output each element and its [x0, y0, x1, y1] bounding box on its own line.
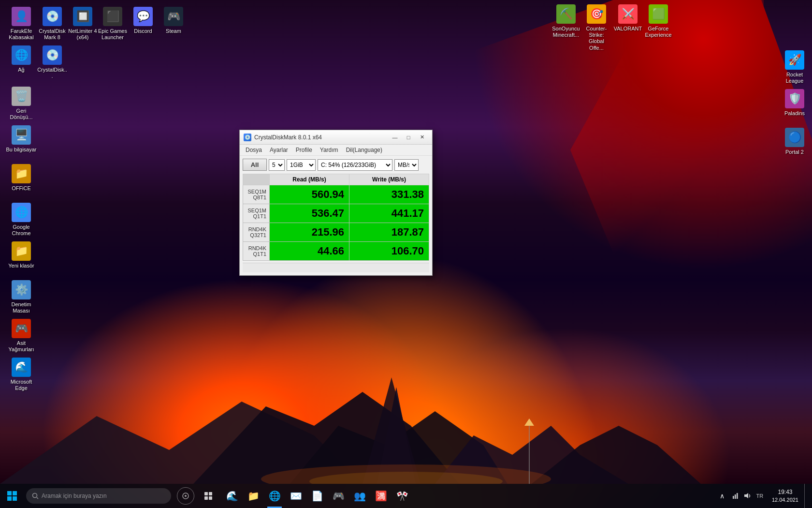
size-select[interactable]: 1GiB: [287, 159, 316, 171]
desktop-icon-farukefe[interactable]: 👤FarukEfe Kabasakal: [4, 5, 39, 43]
icon-image-bilgisayar: 🖥️: [12, 125, 31, 145]
svg-rect-22: [209, 496, 212, 500]
icon-label-discord: Discord: [134, 28, 152, 34]
read-value-0: 560.94: [270, 185, 349, 204]
taskbar-mail[interactable]: ✉️: [285, 484, 306, 508]
icon-image-portal2: 🔵: [785, 128, 804, 147]
svg-rect-20: [209, 492, 212, 495]
icon-label-geforce: GeForce Experience: [643, 26, 674, 38]
taskbar-edge[interactable]: 🌊: [221, 484, 243, 508]
svg-rect-24: [735, 494, 736, 499]
desktop-icon-discord[interactable]: 💬Discord: [126, 5, 160, 36]
menu-bar: Dosya Ayarlar Profile Yardım Dil(Languag…: [240, 145, 432, 156]
menu-ayarlar[interactable]: Ayarlar: [266, 146, 292, 154]
write-value-3: 106.70: [349, 242, 429, 261]
menu-dosya[interactable]: Dosya: [242, 146, 266, 154]
clock-time: 19:43: [778, 488, 792, 496]
desktop-icon-sonoyuncu[interactable]: ⛏️SonOyuncu Minecraft...: [549, 2, 583, 40]
taskbar-explorer[interactable]: 📁: [243, 484, 264, 508]
desktop-icon-epicgames[interactable]: ⬛Epic Games Launcher: [95, 5, 130, 43]
controls-bar: All 5 1GiB C: 54% (126/233GiB) MB/s: [243, 159, 429, 171]
read-header: Read (MB/s): [270, 174, 349, 185]
system-clock[interactable]: 19:43 12.04.2021: [766, 488, 804, 504]
menu-yardim[interactable]: Yardım: [316, 146, 342, 154]
desktop-icon-office[interactable]: 📁OFFiCE: [4, 162, 39, 194]
icon-image-crystaldisk-top: 💿: [43, 7, 62, 26]
desktop-icon-geri[interactable]: 🗑️Geri Dönüşü...: [4, 85, 39, 122]
write-header: Write (MB/s): [349, 174, 429, 185]
write-value-0: 331.38: [349, 185, 429, 204]
desktop-icon-rocketleague[interactable]: 🚀Rocket League: [777, 48, 812, 86]
window-title: CrystalDiskMark 8.0.1 x64: [254, 134, 388, 141]
tray-arrow[interactable]: ∧: [716, 484, 728, 508]
task-view-button[interactable]: [198, 484, 219, 508]
desktop-icon-msedge[interactable]: 🌊Microsoft Edge: [4, 356, 39, 393]
cortana-button[interactable]: [173, 487, 198, 505]
desktop-icon-crystaldisk-top[interactable]: 💿CrystalDiskMark 8: [35, 5, 70, 43]
icon-image-farukefe: 👤: [12, 7, 31, 26]
icon-image-msedge: 🌊: [12, 358, 31, 377]
menu-language[interactable]: Dil(Language): [342, 146, 386, 154]
system-tray: ∧ TR 19:43 12.04.2021: [716, 484, 812, 508]
benchmark-row-1: SEQ1M Q1T1536.47441.17: [243, 204, 429, 223]
icon-image-asitagm: 🎮: [12, 319, 31, 338]
svg-marker-26: [744, 493, 748, 498]
taskbar-office[interactable]: 📄: [306, 484, 328, 508]
icon-image-chrome: 🌐: [12, 203, 31, 222]
icon-image-discord: 💬: [133, 7, 153, 26]
icon-image-crystaldisk2: 💿: [43, 45, 62, 65]
search-bar[interactable]: Aramak için buraya yazın: [26, 488, 171, 504]
taskbar-app2[interactable]: 🎌: [392, 484, 413, 508]
taskbar-teams[interactable]: 👥: [349, 484, 370, 508]
icon-image-geri: 🗑️: [12, 87, 31, 106]
write-value-1: 441.17: [349, 204, 429, 223]
minimize-button[interactable]: —: [389, 133, 401, 142]
taskbar-items: 🌊 📁 🌐 ✉️ 📄 🎮 👥 🈵 🎌: [221, 484, 413, 508]
desktop-icon-bilgisayar[interactable]: 🖥️Bu bilgisayar: [4, 123, 39, 155]
menu-profile[interactable]: Profile: [292, 146, 316, 154]
desktop-icon-crystaldisk2[interactable]: 💿CrystalDisk...: [35, 44, 70, 81]
desktop-icon-portal2[interactable]: 🔵Portal 2: [777, 126, 812, 157]
tray-volume[interactable]: [741, 484, 754, 508]
desktop-icon-csgo[interactable]: 🎯Counter-Strike: Global Offe...: [579, 2, 614, 53]
desktop-icon-ag[interactable]: 🌐Ağ: [4, 44, 39, 75]
desktop-icon-denetim[interactable]: ⚙️Denetim Masası: [4, 278, 39, 316]
all-button[interactable]: All: [243, 159, 267, 171]
svg-rect-14: [13, 496, 17, 501]
icon-label-steam: Steam: [166, 28, 181, 34]
desktop-icon-valorant[interactable]: ⚔️VALORANT: [610, 2, 645, 34]
taskbar-chrome[interactable]: 🌐: [264, 484, 285, 508]
desktop-icon-asitagm[interactable]: 🎮Asit Yağmurları: [4, 317, 39, 355]
desktop-icon-geforce[interactable]: 🟩GeForce Experience: [641, 2, 676, 40]
close-button[interactable]: ✕: [416, 133, 428, 142]
unit-select[interactable]: MB/s: [394, 159, 419, 171]
maximize-button[interactable]: □: [402, 133, 415, 142]
taskbar-games[interactable]: 🎮: [328, 484, 349, 508]
icon-label-portal2: Portal 2: [785, 149, 804, 155]
show-desktop[interactable]: [804, 484, 808, 508]
icon-image-epicgames: ⬛: [103, 7, 122, 26]
desktop-icon-paladins[interactable]: 🛡️Paladins: [777, 87, 812, 119]
status-bar: [243, 263, 429, 272]
svg-rect-19: [204, 492, 208, 495]
row-label-0: SEQ1M Q8T1: [243, 185, 270, 204]
read-value-2: 215.96: [270, 223, 349, 242]
start-button[interactable]: [0, 484, 24, 508]
read-value-3: 44.66: [270, 242, 349, 261]
desktop-icon-chrome[interactable]: 🌐Google Chrome: [4, 201, 39, 239]
svg-rect-25: [737, 493, 738, 499]
svg-point-18: [185, 495, 187, 497]
svg-rect-11: [7, 491, 12, 495]
icon-label-valorant: VALORANT: [614, 26, 642, 32]
runs-select[interactable]: 5: [269, 159, 285, 171]
icon-label-rocketleague: Rocket League: [779, 72, 810, 84]
icon-label-ag: Ağ: [18, 67, 24, 73]
desktop-icon-steam[interactable]: 🎮Steam: [156, 5, 191, 36]
tray-language[interactable]: TR: [754, 484, 766, 508]
tray-network[interactable]: [728, 484, 741, 508]
window-titlebar[interactable]: 💿 CrystalDiskMark 8.0.1 x64 — □ ✕: [240, 130, 432, 145]
taskbar-app1[interactable]: 🈵: [370, 484, 392, 508]
drive-select[interactable]: C: 54% (126/233GiB): [318, 159, 392, 171]
desktop-icon-yeniklasor[interactable]: 📁Yeni klasör: [4, 239, 39, 271]
icon-label-asitagm: Asit Yağmurları: [6, 340, 37, 353]
